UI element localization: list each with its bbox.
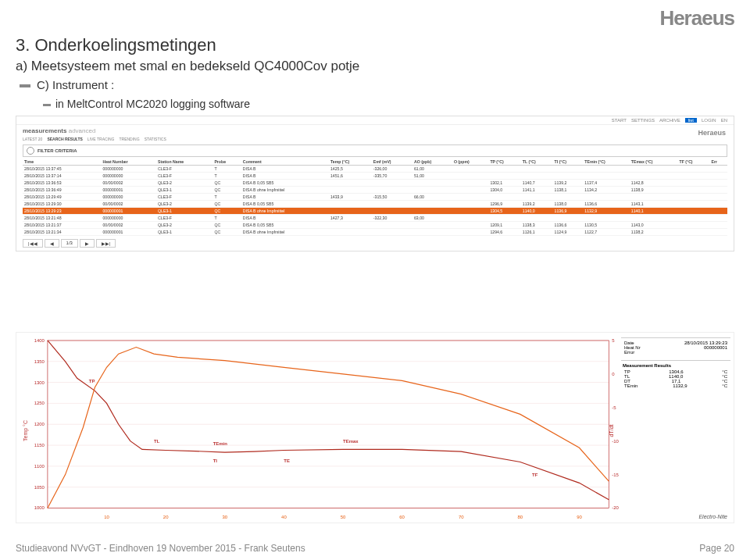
table-row[interactable]: 28/10/2015 13:37:45000000000CLE3-FTDISA … xyxy=(23,166,727,173)
measurement-results-box: Measurement Results TP1304,6°CTL1140,0°C… xyxy=(621,360,730,391)
filter-criteria-toggle[interactable]: FILTER CRITERIA xyxy=(23,144,727,157)
col-header[interactable]: Err xyxy=(710,159,727,166)
brand-logo: Heraeus xyxy=(659,6,734,30)
pager-first[interactable]: |◀◀ xyxy=(23,239,43,248)
nav-archive[interactable]: ARCHIVE xyxy=(659,118,680,123)
svg-text:TL: TL xyxy=(154,439,160,444)
slide-subtitle: a) Meetsysteem met smal en bedekseld QC4… xyxy=(16,59,359,74)
svg-text:TI: TI xyxy=(213,458,218,463)
breadcrumb-a: measurements xyxy=(23,127,66,134)
table-row[interactable]: 28/10/2015 13:36:49000000001QLE3-1QCDISA… xyxy=(23,187,727,194)
tab-search-results[interactable]: SEARCH RESULTS xyxy=(47,137,82,141)
table-row[interactable]: 28/10/2015 13:36:5300/00/0002QLE3-2QCDIS… xyxy=(23,180,727,187)
svg-text:5: 5 xyxy=(612,338,615,343)
svg-text:TP: TP xyxy=(89,379,95,383)
heat-info-box: Date28/10/2015 13:29:23 Heat Nr000000001… xyxy=(621,337,730,357)
col-header[interactable]: TP (°C) xyxy=(488,159,520,166)
svg-text:-15: -15 xyxy=(612,473,619,477)
svg-text:1050: 1050 xyxy=(34,485,45,490)
svg-text:80: 80 xyxy=(518,515,523,519)
svg-text:30: 30 xyxy=(222,515,227,519)
col-header[interactable]: AO (ppb) xyxy=(412,159,452,166)
col-header[interactable]: Emf (mV) xyxy=(372,159,412,166)
col-header[interactable]: TF (°C) xyxy=(678,159,710,166)
svg-text:-10: -10 xyxy=(612,439,619,444)
nav-start[interactable]: START xyxy=(612,118,627,123)
y-axis-right-label: dT/dt xyxy=(609,424,615,437)
svg-text:-5: -5 xyxy=(612,405,616,410)
table-row[interactable]: 28/10/2015 13:29:23000000001QLE3-1QCDISA… xyxy=(23,208,727,215)
svg-text:1200: 1200 xyxy=(34,422,45,426)
svg-text:TF: TF xyxy=(532,473,538,477)
table-row[interactable]: 28/10/2015 13:37:14000000000CLE3-FTDISA … xyxy=(23,173,727,180)
tab-statistics[interactable]: STATISTICS xyxy=(145,137,166,141)
tab-trending[interactable]: TRENDING xyxy=(120,137,140,141)
pager: |◀◀ ◀ 1/3 ▶ ▶▶| xyxy=(23,239,727,248)
svg-text:TEmin: TEmin xyxy=(213,441,228,446)
slide-footer: Studieavond NVvGT - Eindhoven 19 Novembe… xyxy=(16,543,734,554)
tab-live-tracing[interactable]: LIVE TRACING xyxy=(88,137,115,141)
svg-text:1300: 1300 xyxy=(34,380,45,385)
app-brand-logo: Heraeus xyxy=(698,129,726,137)
col-header[interactable]: Comment xyxy=(241,159,329,166)
nav-list[interactable]: list xyxy=(685,118,697,123)
svg-text:1100: 1100 xyxy=(34,464,45,469)
col-header[interactable]: TI (°C) xyxy=(553,159,584,166)
svg-text:1000: 1000 xyxy=(34,505,45,510)
svg-text:70: 70 xyxy=(459,515,464,519)
pager-next[interactable]: ▶ xyxy=(80,239,95,248)
col-header[interactable]: Station Name xyxy=(156,159,212,166)
svg-text:1400: 1400 xyxy=(34,338,45,343)
y-axis-left-label: Temp °C xyxy=(23,420,28,441)
svg-text:1350: 1350 xyxy=(34,359,45,364)
svg-text:-20: -20 xyxy=(612,505,619,510)
cooling-curve-chart: 1000105011001150120012501300135014001020… xyxy=(16,332,734,523)
col-header[interactable]: TEmax (°C) xyxy=(630,159,678,166)
svg-text:10: 10 xyxy=(104,515,109,519)
nav-login[interactable]: LOGIN xyxy=(702,118,716,123)
svg-text:1150: 1150 xyxy=(34,443,45,448)
table-row[interactable]: 28/10/2015 13:29:49000000000CLE3-FTDISA … xyxy=(23,194,727,201)
svg-text:TEmax: TEmax xyxy=(343,439,359,444)
bullet-c-sub: in MeltControl MC2020 logging software xyxy=(43,98,250,110)
svg-text:40: 40 xyxy=(281,515,287,519)
svg-text:60: 60 xyxy=(399,515,405,519)
svg-text:20: 20 xyxy=(163,515,169,519)
chart-side-panel: Date28/10/2015 13:29:23 Heat Nr000000001… xyxy=(621,337,730,394)
app-tabs: LATEST 20 SEARCH RESULTS LIVE TRACING TR… xyxy=(16,137,734,141)
svg-text:1250: 1250 xyxy=(34,401,45,405)
app-topbar: START SETTINGS ARCHIVE list LOGIN EN xyxy=(16,116,734,125)
table-row[interactable]: 28/10/2015 13:29:3000/00/0002QLE3-2QCDIS… xyxy=(23,201,727,208)
pager-last[interactable]: ▶▶| xyxy=(96,239,116,248)
svg-text:0: 0 xyxy=(612,372,615,376)
col-header[interactable]: Time xyxy=(23,159,101,166)
svg-text:90: 90 xyxy=(577,515,582,519)
pager-prev[interactable]: ◀ xyxy=(45,239,59,248)
electro-nite-logo: Electro-Nite xyxy=(698,514,727,519)
footer-right: Page 20 xyxy=(699,543,734,554)
pager-page: 1/3 xyxy=(61,239,78,248)
col-header[interactable]: O (ppm) xyxy=(452,159,489,166)
table-row[interactable]: 28/10/2015 13:21:3700/00/0002QLE3-2QCDIS… xyxy=(23,222,727,229)
svg-text:50: 50 xyxy=(341,515,346,519)
tab-latest[interactable]: LATEST 20 xyxy=(23,137,42,141)
slide-title: 3. Onderkoelingsmetingen xyxy=(16,35,216,55)
results-table: TimeHeat NumberStation NameProbeCommentT… xyxy=(23,159,727,236)
col-header[interactable]: Probe xyxy=(212,159,241,166)
meltcontrol-app: START SETTINGS ARCHIVE list LOGIN EN Her… xyxy=(16,116,734,251)
col-header[interactable]: Temp (°C) xyxy=(329,159,372,166)
table-row[interactable]: 28/10/2015 13:21:34000000001QLE3-1QCDISA… xyxy=(23,229,727,236)
col-header[interactable]: TL (°C) xyxy=(521,159,553,166)
footer-left: Studieavond NVvGT - Eindhoven 19 Novembe… xyxy=(16,543,305,554)
svg-text:TE: TE xyxy=(284,458,290,463)
breadcrumb: measurements advanced xyxy=(16,125,734,137)
bullet-c: C) Instrument : xyxy=(20,78,114,91)
col-header[interactable]: Heat Number xyxy=(101,159,156,166)
breadcrumb-b: advanced xyxy=(69,127,96,134)
nav-settings[interactable]: SETTINGS xyxy=(631,118,655,123)
table-row[interactable]: 28/10/2015 13:21:48000000000CLE3-FTDISA … xyxy=(23,215,727,222)
col-header[interactable]: TEmin (°C) xyxy=(583,159,630,166)
nav-lang[interactable]: EN xyxy=(721,118,727,123)
